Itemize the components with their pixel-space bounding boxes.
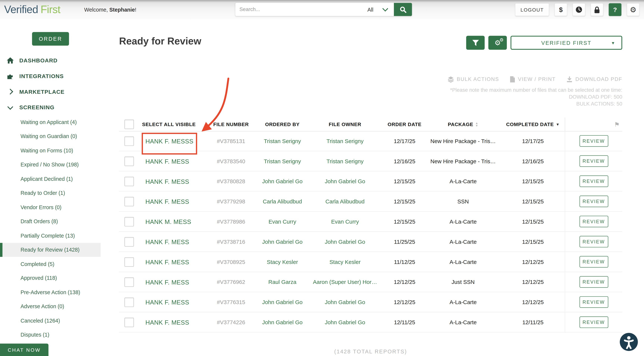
security-button[interactable]: [590, 3, 603, 16]
header-package-sort[interactable]: PACKAGE ▲▼: [425, 121, 501, 127]
sidebar-item-waiting-on-applicant-4[interactable]: Waiting on Applicant (4): [0, 115, 100, 129]
sidebar-item-completed-5[interactable]: Completed (5): [0, 257, 100, 271]
header-file-number: FILE NUMBER: [203, 121, 259, 127]
ordered-by[interactable]: Tristan Serigny: [259, 151, 306, 171]
ordered-by[interactable]: John Gabriel Go: [259, 312, 306, 332]
file-owner[interactable]: Tristan Serigny: [306, 151, 384, 171]
file-owner[interactable]: John Gabriel Go: [306, 292, 384, 312]
search-scope-dropdown[interactable]: All: [361, 3, 394, 16]
row-checkbox[interactable]: [124, 317, 134, 327]
file-owner[interactable]: Aaron (Super User) Hor…: [306, 272, 384, 292]
ordered-by[interactable]: Tristan Serigny: [259, 131, 306, 151]
ordered-by[interactable]: John Gabriel Go: [259, 171, 306, 191]
ordered-by[interactable]: John Gabriel Go: [259, 292, 306, 312]
bulk-actions-button[interactable]: BULK ACTIONS: [448, 76, 499, 83]
filter-button[interactable]: [466, 36, 484, 50]
sidebar-item-marketplace[interactable]: MARKETPLACE: [0, 84, 100, 100]
review-button[interactable]: REVIEW: [580, 236, 608, 247]
ordered-by[interactable]: Raul Garza: [259, 272, 306, 292]
row-checkbox[interactable]: [124, 177, 134, 186]
search-input[interactable]: [236, 3, 361, 16]
row-checkbox[interactable]: [124, 257, 134, 266]
file-owner[interactable]: John Gabriel Go: [306, 312, 384, 332]
sidebar-item-expired-no-show-198[interactable]: Expired / No Show (198): [0, 158, 100, 172]
file-owner[interactable]: John Gabriel Go: [306, 232, 384, 252]
applicant-name-link[interactable]: HANK F. MESS: [146, 198, 189, 205]
bulk-settings-button[interactable]: ⚙⚙: [488, 36, 507, 50]
sidebar-item-vendor-errors-0[interactable]: Vendor Errors (0): [0, 200, 100, 214]
row-checkbox[interactable]: [124, 277, 134, 287]
applicant-name-link[interactable]: HANK F. MESS: [146, 258, 189, 265]
review-button[interactable]: REVIEW: [580, 256, 608, 268]
sidebar-item-ready-for-review-1428[interactable]: Ready for Review (1428): [0, 243, 100, 257]
review-button[interactable]: REVIEW: [580, 135, 608, 147]
sidebar-item-applicant-declined-1[interactable]: Applicant Declined (1): [0, 172, 100, 186]
header-completed-date-sort[interactable]: COMPLETED DATE ▼: [501, 121, 565, 127]
sidebar-item-ready-to-order-1[interactable]: Ready to Order (1): [0, 186, 100, 200]
file-owner[interactable]: Carla Alibudbud: [306, 191, 384, 211]
billing-button[interactable]: $: [554, 3, 567, 16]
file-owner[interactable]: Stacy Kesler: [306, 252, 384, 272]
history-button[interactable]: [572, 3, 585, 16]
file-owner[interactable]: Evan Curry: [306, 212, 384, 231]
sidebar-item-partially-complete-13[interactable]: Partially Complete (13): [0, 228, 100, 243]
order-button[interactable]: ORDER: [32, 32, 69, 46]
row-checkbox[interactable]: [124, 197, 134, 206]
ordered-by[interactable]: Evan Curry: [259, 212, 306, 231]
review-button[interactable]: REVIEW: [580, 196, 608, 207]
flag-column-icon[interactable]: ⚑: [614, 118, 620, 131]
help-button[interactable]: ?: [609, 3, 622, 16]
row-checkbox[interactable]: [124, 156, 134, 166]
ordered-by[interactable]: John Gabriel Go: [259, 232, 306, 252]
sidebar-item-draft-orders-8[interactable]: Draft Orders (8): [0, 214, 100, 228]
download-pdf-button[interactable]: DOWNLOAD PDF: [566, 76, 622, 83]
package-name: SSN: [425, 191, 501, 211]
logout-button[interactable]: LOGOUT: [515, 3, 549, 16]
verified-first-logo[interactable]: Verified First: [4, 0, 60, 19]
table-row: HANK F. MESS#V3780828John Gabriel GoJohn…: [119, 171, 622, 192]
applicant-name-link[interactable]: HANK F. MESS: [146, 178, 189, 185]
applicant-name-link[interactable]: HANK F. MESS: [146, 158, 189, 165]
applicant-name-link[interactable]: HANK F. MESSS: [146, 137, 194, 144]
order-date: 12/15/25: [384, 212, 425, 231]
ordered-by[interactable]: Stacy Kesler: [259, 252, 306, 272]
row-checkbox[interactable]: [124, 217, 134, 226]
sidebar-item-integrations[interactable]: INTEGRATIONS: [0, 68, 100, 84]
sidebar-item-pre-adverse-action-138[interactable]: Pre-Adverse Action (138): [0, 285, 100, 299]
applicant-name-link[interactable]: HANK F. MESS: [146, 319, 189, 325]
review-button[interactable]: REVIEW: [580, 176, 608, 187]
download-icon: [566, 76, 572, 83]
review-button[interactable]: REVIEW: [580, 276, 608, 288]
header-ordered-by: ORDERED BY: [259, 121, 306, 127]
sidebar-item-disputes-1[interactable]: Disputes (1): [0, 328, 100, 342]
file-owner[interactable]: Tristan Serigny: [306, 131, 384, 151]
review-button[interactable]: REVIEW: [580, 216, 608, 227]
sidebar-item-adverse-action-0[interactable]: Adverse Action (0): [0, 299, 100, 314]
file-owner[interactable]: John Gabriel Go: [306, 171, 384, 191]
applicant-name-link[interactable]: HANK F. MESS: [146, 299, 189, 305]
sidebar-item-screening[interactable]: SCREENING: [0, 99, 100, 115]
review-button[interactable]: REVIEW: [580, 316, 608, 328]
sidebar-item-canceled-1264[interactable]: Canceled (1264): [0, 314, 100, 328]
review-button[interactable]: REVIEW: [580, 155, 608, 167]
review-button[interactable]: REVIEW: [580, 296, 608, 308]
applicant-name-link[interactable]: HANK F. MESS: [146, 238, 189, 245]
sidebar-item-waiting-on-forms-10[interactable]: Waiting on Forms (10): [0, 143, 100, 158]
row-checkbox[interactable]: [124, 297, 134, 307]
ordered-by[interactable]: Carla Alibudbud: [259, 191, 306, 211]
chat-now-button[interactable]: CHAT NOW: [0, 343, 48, 356]
list-controls: ⚙⚙ VERIFIED FIRST ▼: [466, 36, 622, 50]
applicant-name-link[interactable]: HANK M. MESS: [146, 218, 191, 225]
sidebar-item-approved-118[interactable]: Approved (118): [0, 271, 100, 285]
client-dropdown[interactable]: VERIFIED FIRST ▼: [510, 36, 622, 50]
row-checkbox[interactable]: [124, 136, 134, 146]
settings-button[interactable]: ⚙: [627, 3, 640, 16]
accessibility-button[interactable]: [620, 333, 638, 351]
select-all-checkbox[interactable]: [124, 120, 134, 129]
sidebar-item-waiting-on-guardian-0[interactable]: Waiting on Guardian (0): [0, 129, 100, 143]
search-button[interactable]: [394, 3, 412, 16]
view-print-button[interactable]: VIEW / PRINT: [510, 76, 556, 83]
sidebar-item-dashboard[interactable]: DASHBOARD: [0, 53, 100, 68]
row-checkbox[interactable]: [124, 237, 134, 246]
applicant-name-link[interactable]: HANK F. MESS: [146, 278, 189, 285]
